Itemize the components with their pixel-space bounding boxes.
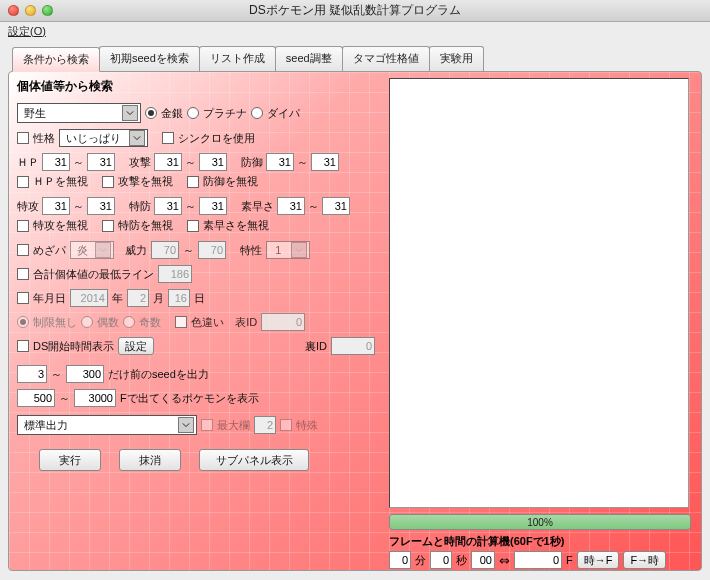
year-input[interactable] <box>70 289 108 307</box>
tab-search-by-condition[interactable]: 条件から検索 <box>12 47 100 72</box>
omote-id[interactable] <box>261 313 305 331</box>
menubar: 設定(O) <box>0 22 710 42</box>
window-title: DSポケモン用 疑似乱数計算プログラム <box>0 2 710 19</box>
seedbefore-lo[interactable] <box>17 365 47 383</box>
nature-check[interactable]: 性格 <box>17 131 55 146</box>
hp-hi[interactable] <box>87 153 115 171</box>
encounter-select[interactable]: 野生 <box>17 103 141 123</box>
ft-csec[interactable] <box>471 551 495 569</box>
power-hi[interactable] <box>198 241 226 259</box>
date-check[interactable]: 年月日 <box>17 291 66 306</box>
limit-even[interactable]: 偶数 <box>81 315 119 330</box>
spd-hi[interactable] <box>199 197 227 215</box>
day-input[interactable] <box>168 289 190 307</box>
chevron-down-icon <box>95 242 111 258</box>
maxline-check[interactable]: 最大欄 <box>201 418 250 433</box>
menu-settings[interactable]: 設定(O) <box>8 25 46 37</box>
ignore-def[interactable]: 防御を無視 <box>187 174 258 189</box>
seedbefore-hi[interactable] <box>66 365 104 383</box>
limit-none[interactable]: 制限無し <box>17 315 77 330</box>
output-textarea[interactable] <box>389 78 689 508</box>
def-lo[interactable] <box>266 153 294 171</box>
subpanel-button[interactable]: サブパネル表示 <box>199 449 309 471</box>
ignore-atk[interactable]: 攻撃を無視 <box>102 174 173 189</box>
tab-experiment[interactable]: 実験用 <box>429 46 484 71</box>
atk-hi[interactable] <box>199 153 227 171</box>
run-button[interactable]: 実行 <box>39 449 101 471</box>
ft-sec[interactable] <box>430 551 452 569</box>
tab-make-list[interactable]: リスト作成 <box>199 46 276 71</box>
swap-icon: ⇔ <box>499 553 510 568</box>
ignore-spd[interactable]: 特防を無視 <box>102 218 173 233</box>
ignore-spe[interactable]: 素早さを無視 <box>187 218 269 233</box>
section-heading: 個体値等から検索 <box>17 78 375 95</box>
radio-dp[interactable]: ダイパ <box>251 106 300 121</box>
ivsum-check[interactable]: 合計個体値の最低ライン <box>17 267 154 282</box>
ft-min[interactable] <box>389 551 411 569</box>
limit-odd[interactable]: 奇数 <box>123 315 161 330</box>
main-panel: 個体値等から検索 野生 金銀 プラチナ ダイパ 性格 いじっぱり シンクロを使用… <box>8 71 702 571</box>
frame-hi[interactable] <box>74 389 116 407</box>
tabs: 条件から検索 初期seedを検索 リスト作成 seed調整 タマゴ性格値 実験用 <box>0 46 710 71</box>
chevron-down-icon <box>122 105 138 121</box>
chevron-down-icon <box>129 130 145 146</box>
dstime-settings-button[interactable]: 設定 <box>118 337 154 355</box>
ignore-hp[interactable]: ＨＰを無視 <box>17 174 88 189</box>
tab-egg-pid[interactable]: タマゴ性格値 <box>342 46 430 71</box>
def-hi[interactable] <box>311 153 339 171</box>
frame-lo[interactable] <box>17 389 55 407</box>
spd-lo[interactable] <box>154 197 182 215</box>
frame-to-time-button[interactable]: F→時 <box>623 551 666 569</box>
extra-check[interactable]: 特殊 <box>280 418 318 433</box>
mezapa-type[interactable]: 炎 <box>70 241 114 259</box>
dstime-check[interactable]: DS開始時間表示 <box>17 339 114 354</box>
spa-lo[interactable] <box>42 197 70 215</box>
hp-lo[interactable] <box>42 153 70 171</box>
chevron-down-icon <box>291 242 307 258</box>
chevron-down-icon <box>178 417 194 433</box>
ignore-spa[interactable]: 特攻を無視 <box>17 218 88 233</box>
radio-pt[interactable]: プラチナ <box>187 106 247 121</box>
spe-lo[interactable] <box>277 197 305 215</box>
mezapa-check[interactable]: めざパ <box>17 243 66 258</box>
ft-frame[interactable] <box>514 551 562 569</box>
tab-seed-adjust[interactable]: seed調整 <box>275 46 343 71</box>
maxline-input[interactable] <box>254 416 276 434</box>
radio-gs[interactable]: 金銀 <box>145 106 183 121</box>
spe-hi[interactable] <box>322 197 350 215</box>
ura-id[interactable] <box>331 337 375 355</box>
month-input[interactable] <box>127 289 149 307</box>
output-mode-select[interactable]: 標準出力 <box>17 415 197 435</box>
spa-hi[interactable] <box>87 197 115 215</box>
ivsum-input[interactable] <box>158 265 192 283</box>
progress-bar: 100% <box>389 514 691 530</box>
shiny-check[interactable]: 色違い <box>175 315 224 330</box>
tab-search-initial-seed[interactable]: 初期seedを検索 <box>99 46 200 71</box>
nature-select[interactable]: いじっぱり <box>59 129 148 147</box>
sync-check[interactable]: シンクロを使用 <box>162 131 255 146</box>
ability-select[interactable]: 1 <box>266 241 310 259</box>
time-to-frame-button[interactable]: 時→F <box>577 551 620 569</box>
titlebar: DSポケモン用 疑似乱数計算プログラム <box>0 0 710 22</box>
clear-button[interactable]: 抹消 <box>119 449 181 471</box>
frametime-label: フレームと時間の計算機(60Fで1秒) <box>389 534 691 549</box>
atk-lo[interactable] <box>154 153 182 171</box>
power-lo[interactable] <box>151 241 179 259</box>
